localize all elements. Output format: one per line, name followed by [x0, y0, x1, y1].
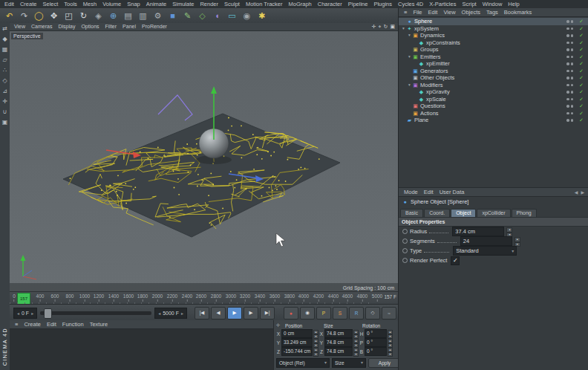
object-manager-menu-item[interactable]: Edit: [425, 9, 440, 16]
record-button[interactable]: ●: [284, 307, 298, 319]
timeline-playhead[interactable]: 157: [17, 293, 30, 305]
rotation-stepper[interactable]: [388, 339, 393, 346]
live-selection-icon[interactable]: ◯: [32, 10, 46, 22]
enabled-check-icon[interactable]: ✓: [577, 96, 586, 103]
timeline-slider[interactable]: [40, 311, 151, 315]
menubar-item[interactable]: Help: [505, 0, 522, 8]
panel-menu-icon[interactable]: ≡: [401, 9, 410, 16]
material-menu-item[interactable]: Create: [21, 321, 44, 328]
enabled-check-icon[interactable]: ✓: [577, 39, 586, 47]
visibility-dots[interactable]: [566, 56, 573, 59]
tree-row[interactable]: ▾ ▣ Modifiers ✓: [399, 82, 588, 89]
attribute-tab[interactable]: Basic: [400, 209, 423, 217]
camera-label[interactable]: Perspective: [11, 33, 43, 39]
size-field[interactable]: 74.8 cm: [324, 347, 353, 356]
attribute-menu-item[interactable]: Edit: [421, 189, 437, 195]
material-menu-item[interactable]: Edit: [44, 321, 59, 328]
make-editable-icon[interactable]: ⇄: [1, 25, 9, 33]
enabled-check-icon[interactable]: ✓: [577, 46, 586, 53]
record-scale-button[interactable]: S: [333, 307, 347, 319]
tree-row[interactable]: ◆ xpEmitter ✓: [399, 60, 588, 68]
pan-view-icon[interactable]: ✛: [372, 24, 376, 30]
render-picture-viewer-icon[interactable]: ▥: [136, 10, 150, 22]
menubar-item[interactable]: X-Particles: [426, 0, 459, 8]
transform-mode-dropdown[interactable]: Object (Rel): [276, 358, 330, 368]
rotation-field[interactable]: 0 °: [365, 338, 387, 347]
attribute-tab[interactable]: Object: [451, 209, 476, 217]
timeline-slider-handle[interactable]: [44, 308, 52, 319]
visibility-dots[interactable]: [566, 105, 573, 108]
play-button[interactable]: ▶: [227, 307, 242, 319]
object-label[interactable]: xpConstraints: [426, 39, 460, 47]
radius-stepper[interactable]: [506, 227, 512, 236]
attribute-tab[interactable]: xpCollider: [477, 209, 510, 217]
position-stepper[interactable]: [313, 348, 318, 355]
subdivision-surface-icon[interactable]: ◇: [195, 10, 209, 22]
model-mode-icon[interactable]: ◆: [1, 36, 9, 43]
object-manager-menu-item[interactable]: Objects: [459, 9, 483, 16]
ground-plane[interactable]: [63, 114, 340, 237]
undo-icon[interactable]: ↶: [2, 10, 16, 22]
position-field[interactable]: 33.249 cm: [281, 338, 313, 347]
add-cube-icon[interactable]: ■: [166, 10, 180, 22]
scale-tool-icon[interactable]: ◰: [62, 10, 76, 22]
tree-row[interactable]: ● Sphere ✓: [399, 18, 588, 25]
position-field[interactable]: 0 cm: [281, 329, 313, 338]
attribute-menu-item[interactable]: Mode: [401, 189, 421, 195]
visibility-dots[interactable]: [566, 84, 573, 87]
visibility-dots[interactable]: [566, 34, 573, 37]
visibility-dots[interactable]: [566, 119, 573, 122]
size-stepper[interactable]: [353, 339, 359, 346]
visibility-dots[interactable]: [566, 20, 573, 23]
size-field[interactable]: 74.8 cm: [324, 329, 353, 338]
attribute-menu-item[interactable]: User Data: [437, 189, 468, 195]
enabled-check-icon[interactable]: ✓: [577, 110, 586, 117]
last-tool-icon[interactable]: ◈: [91, 10, 105, 22]
enabled-check-icon[interactable]: ✓: [577, 18, 586, 25]
render-view-icon[interactable]: ▤: [121, 10, 135, 22]
zoom-view-icon[interactable]: ⌖: [379, 24, 382, 30]
attribute-tab[interactable]: Coord.: [424, 209, 450, 217]
rotation-stepper[interactable]: [388, 330, 393, 337]
record-pla-button[interactable]: ≈: [382, 307, 396, 319]
floor-icon[interactable]: ▭: [225, 10, 239, 22]
menubar-item[interactable]: Simulate: [169, 0, 197, 8]
start-frame-field[interactable]: 0 F: [13, 308, 37, 319]
enabled-check-icon[interactable]: ✓: [577, 82, 586, 89]
prev-frame-button[interactable]: ◀: [211, 307, 226, 319]
texture-mode-icon[interactable]: ▦: [1, 46, 9, 53]
goto-end-button[interactable]: ▶|: [260, 307, 275, 319]
menubar-item[interactable]: Edit: [1, 0, 17, 8]
object-label[interactable]: Actions: [420, 110, 439, 117]
viewport-menu-item[interactable]: ProRender: [139, 23, 170, 30]
menubar-item[interactable]: Render: [197, 0, 221, 8]
menubar-item[interactable]: Window: [480, 0, 506, 8]
size-field[interactable]: 74.8 cm: [324, 338, 353, 347]
object-label[interactable]: xpGravity: [426, 88, 450, 96]
menubar-item[interactable]: Plugins: [370, 0, 395, 8]
viewport-menu-item[interactable]: Options: [78, 23, 102, 30]
segments-field[interactable]: 24: [460, 236, 512, 246]
viewport-menu-item[interactable]: Filter: [102, 23, 120, 30]
record-position-button[interactable]: P: [316, 307, 331, 319]
keyframe-dot-icon[interactable]: [402, 238, 408, 244]
next-frame-button[interactable]: ▶: [244, 307, 258, 319]
object-label[interactable]: Generators: [420, 68, 448, 75]
visibility-dots[interactable]: [566, 112, 573, 115]
enabled-check-icon[interactable]: ✓: [577, 60, 586, 68]
history-forward-icon[interactable]: ▶: [581, 189, 584, 195]
viewport-canvas[interactable]: Perspective Grid Spacing : 100 cm: [10, 31, 398, 292]
apply-button[interactable]: Apply: [368, 358, 401, 368]
tree-row[interactable]: ▣ Generators ✓: [399, 68, 588, 75]
object-properties-header[interactable]: Object Properties: [399, 217, 588, 227]
tree-row[interactable]: ▣ Questions ✓: [399, 103, 588, 110]
keyframe-dot-icon[interactable]: [402, 229, 408, 234]
menubar-item[interactable]: Cycles 4D: [395, 0, 426, 8]
menubar-item[interactable]: Volume: [99, 0, 124, 8]
tree-row[interactable]: ▣ Groups ✓: [399, 46, 588, 53]
material-menu-item[interactable]: Texture: [87, 321, 111, 328]
object-manager-menu-item[interactable]: Tags: [483, 9, 501, 16]
redo-icon[interactable]: ↷: [17, 10, 31, 22]
position-stepper[interactable]: [313, 330, 318, 337]
panel-menu-icon[interactable]: ≡: [12, 321, 21, 328]
